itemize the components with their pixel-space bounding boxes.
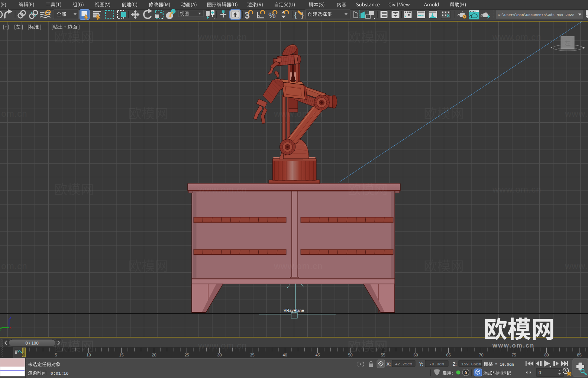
svg-text:55: 55 [381,353,385,357]
svg-text:www.om.cn: www.om.cn [198,340,247,350]
svg-text:40: 40 [282,353,287,357]
svg-text:15: 15 [119,353,123,357]
svg-text:0: 0 [465,371,467,375]
svg-text:www.om.cn: www.om.cn [492,32,542,42]
svg-text:VRayPlane: VRayPlane [284,308,304,313]
svg-text:www.om.cn: www.om.cn [0,261,28,271]
svg-text:Z:: Z: [453,362,457,367]
svg-text:60: 60 [413,353,418,357]
svg-text:50: 50 [348,353,352,357]
svg-text:= 10.0cm: = 10.0cm [495,362,514,367]
svg-text:y: y [0,326,2,330]
svg-text:{: { [294,11,297,19]
svg-text:www.om.cn: www.om.cn [492,342,535,349]
svg-text:www.om.cn: www.om.cn [198,32,247,42]
svg-text:www.om.cn: www.om.cn [492,184,542,194]
svg-text:-0.0cm: -0.0cm [429,362,444,366]
svg-text:0:01:16: 0:01:16 [51,371,68,376]
svg-text:www.om.cn: www.om.cn [274,109,323,119]
svg-text:X:: X: [387,362,391,367]
svg-text:30: 30 [217,353,222,357]
svg-text:www.om.cn: www.om.cn [274,261,323,271]
svg-text:www.om.cn: www.om.cn [0,109,28,119]
svg-text:0: 0 [539,370,541,375]
svg-text:www.om.cn: www.om.cn [565,261,588,271]
svg-text:35: 35 [250,353,254,357]
svg-text:20: 20 [152,353,156,357]
svg-text:25: 25 [184,353,189,357]
svg-text:70: 70 [479,353,483,357]
svg-text:0 / 100: 0 / 100 [25,341,38,345]
svg-text:0: 0 [22,353,24,357]
svg-text:Y:: Y: [419,362,423,367]
svg-text:www.om.cn: www.om.cn [198,184,247,194]
svg-text:10: 10 [86,353,91,357]
svg-text:85: 85 [577,353,581,357]
svg-text:75: 75 [511,353,516,357]
svg-text:42.25cm: 42.25cm [395,362,413,366]
svg-text:z: z [10,316,12,320]
svg-text:159.06cm: 159.06cm [461,362,481,366]
svg-text:www.om.cn: www.om.cn [565,109,588,119]
svg-text:65: 65 [446,353,450,357]
svg-text:45: 45 [315,353,320,357]
svg-text:%: % [268,11,276,20]
svg-text:80: 80 [544,353,549,357]
svg-text:C:\Users\Han\Documents\3ds Max: C:\Users\Han\Documents\3ds Max 2022 [498,13,574,17]
svg-text:x: x [10,326,12,330]
svg-text:5: 5 [55,353,57,357]
